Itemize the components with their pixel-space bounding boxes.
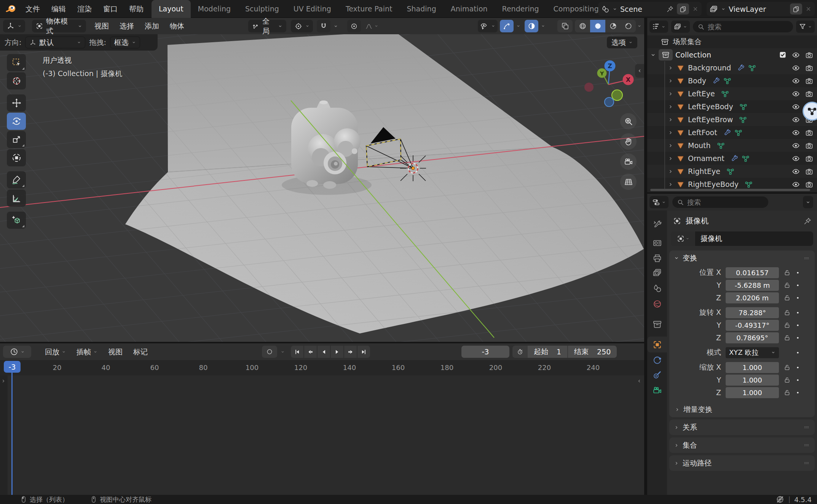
- eye-icon[interactable]: [792, 103, 800, 111]
- snap-toggle[interactable]: [317, 20, 330, 32]
- measure-tool[interactable]: [7, 190, 26, 207]
- ortho-toggle-button[interactable]: [620, 174, 637, 190]
- blender-logo-icon[interactable]: [5, 3, 17, 14]
- scene-selector[interactable]: Scene: [598, 2, 702, 16]
- workspace-tab[interactable]: Texture Paint: [338, 0, 400, 18]
- display-mode-button[interactable]: [649, 21, 668, 33]
- eye-icon[interactable]: [792, 64, 800, 72]
- animate-dot[interactable]: [796, 271, 800, 275]
- keying-options-button[interactable]: [278, 346, 287, 358]
- tool-tab[interactable]: [647, 217, 667, 233]
- transform-tool[interactable]: [7, 149, 26, 166]
- jump-to-start-button[interactable]: [291, 346, 303, 358]
- workspace-tab[interactable]: Layout: [152, 0, 191, 18]
- timeline-menu[interactable]: 回放: [40, 343, 71, 360]
- eye-icon[interactable]: [792, 51, 800, 59]
- collapsed-panel[interactable]: 集合: [669, 437, 815, 453]
- viewport-menu[interactable]: 视图: [89, 18, 114, 34]
- cursor-tool[interactable]: [7, 72, 26, 89]
- world-tab[interactable]: [647, 296, 667, 312]
- xray-toggle[interactable]: [557, 20, 573, 32]
- eye-icon[interactable]: [792, 155, 800, 163]
- output-tab[interactable]: [647, 250, 667, 266]
- drag-dropdown[interactable]: 框选: [110, 37, 140, 48]
- collection-row[interactable]: Collection: [647, 48, 817, 61]
- gizmo-neg-y[interactable]: [612, 90, 622, 100]
- animate-dot[interactable]: [796, 311, 800, 315]
- topbar-menu[interactable]: 渲染: [72, 0, 97, 18]
- properties-options-button[interactable]: [803, 196, 813, 208]
- properties-search-input[interactable]: [687, 198, 764, 206]
- value-field[interactable]: 1.000: [726, 387, 779, 398]
- outliner-row[interactable]: LeftFoot: [647, 126, 817, 139]
- timeline-ruler[interactable]: 20406080100120140160180200220240: [0, 360, 644, 375]
- topbar-menu[interactable]: 文件: [20, 0, 46, 18]
- outliner-row[interactable]: RightEye: [647, 165, 817, 178]
- object-type-button[interactable]: [671, 231, 695, 246]
- topbar-menu[interactable]: 编辑: [46, 0, 72, 18]
- constraints-tab[interactable]: [647, 367, 667, 383]
- tool-options-button[interactable]: 选项: [607, 37, 637, 48]
- viewport-menu[interactable]: 选择: [114, 18, 139, 34]
- animate-dot[interactable]: [796, 323, 800, 327]
- filter-button[interactable]: [796, 21, 815, 33]
- playhead-line[interactable]: [11, 372, 13, 495]
- scale-tool[interactable]: [7, 131, 26, 148]
- timeline-editor-button[interactable]: [3, 346, 31, 358]
- pivot-point-button[interactable]: [291, 20, 313, 32]
- animate-dot[interactable]: [796, 283, 800, 287]
- timeline-menu[interactable]: 插帧: [71, 343, 103, 360]
- animate-dot[interactable]: [796, 391, 800, 395]
- camera-visibility-icon[interactable]: [805, 129, 813, 137]
- play-button[interactable]: [331, 346, 343, 358]
- render-tab[interactable]: [647, 235, 667, 251]
- viewport-3d[interactable]: Z Y X 方向: 默认 拖拽: 框选 选项 用户透视 (-3) Collect…: [0, 34, 644, 343]
- shading-solid-button[interactable]: [590, 20, 605, 32]
- camera-visibility-icon[interactable]: [805, 77, 813, 85]
- annotate-tool[interactable]: [7, 171, 26, 188]
- gizmo-neg-z[interactable]: [605, 97, 614, 107]
- physics-tab[interactable]: [647, 352, 667, 368]
- eye-icon[interactable]: [792, 90, 800, 98]
- panel-divider[interactable]: [647, 192, 817, 194]
- editor-type-button[interactable]: [3, 20, 25, 32]
- workspace-tab[interactable]: Modeling: [191, 0, 238, 18]
- transform-orientation[interactable]: 全局: [248, 20, 286, 32]
- select-box-tool[interactable]: [7, 54, 26, 71]
- collection-tab[interactable]: [647, 316, 667, 332]
- value-field[interactable]: 1.000: [726, 362, 779, 373]
- timeline-menu[interactable]: 标记: [128, 343, 153, 360]
- outliner-row[interactable]: Body: [647, 74, 817, 87]
- add-cube-tool[interactable]: [7, 212, 26, 229]
- animate-dot[interactable]: [796, 336, 800, 340]
- outliner-row[interactable]: Background: [647, 61, 817, 74]
- value-field[interactable]: -0.49317°: [726, 320, 779, 331]
- outliner-row[interactable]: LeftEye: [647, 87, 817, 100]
- topbar-menu[interactable]: 窗口: [97, 0, 123, 18]
- camera-visibility-icon[interactable]: [805, 142, 813, 150]
- transform-panel-header[interactable]: 变换: [669, 250, 815, 266]
- camera-view-button[interactable]: [620, 153, 637, 170]
- delta-transform-panel[interactable]: 增量变换: [669, 402, 815, 417]
- checkbox-icon[interactable]: [779, 51, 787, 59]
- outliner-scrollbar[interactable]: [650, 189, 810, 191]
- jump-to-end-button[interactable]: [357, 346, 370, 358]
- camera-visibility-icon[interactable]: [805, 180, 813, 188]
- eye-icon[interactable]: [792, 142, 800, 150]
- direction-dropdown[interactable]: 默认: [25, 37, 85, 48]
- collapsed-panel[interactable]: 运动路径: [669, 455, 815, 471]
- shading-rendered-button[interactable]: [621, 20, 636, 32]
- workspace-tab[interactable]: Sculpting: [238, 0, 286, 18]
- collapsed-panel[interactable]: 关系: [669, 419, 815, 435]
- new-view-layer-button[interactable]: [790, 3, 802, 14]
- workspace-tab[interactable]: Compositing: [546, 0, 606, 18]
- scene-collection-row[interactable]: 场景集合: [647, 35, 817, 48]
- auto-key-button[interactable]: [262, 346, 277, 358]
- pin-icon[interactable]: [666, 5, 674, 13]
- timeline-divider[interactable]: [0, 342, 644, 343]
- camera-visibility-icon[interactable]: [805, 51, 813, 59]
- shading-wireframe-button[interactable]: [575, 20, 590, 32]
- eye-icon[interactable]: [792, 77, 800, 85]
- view-layer-selector[interactable]: ViewLayer: [707, 2, 815, 16]
- rotate-tool[interactable]: [7, 113, 26, 130]
